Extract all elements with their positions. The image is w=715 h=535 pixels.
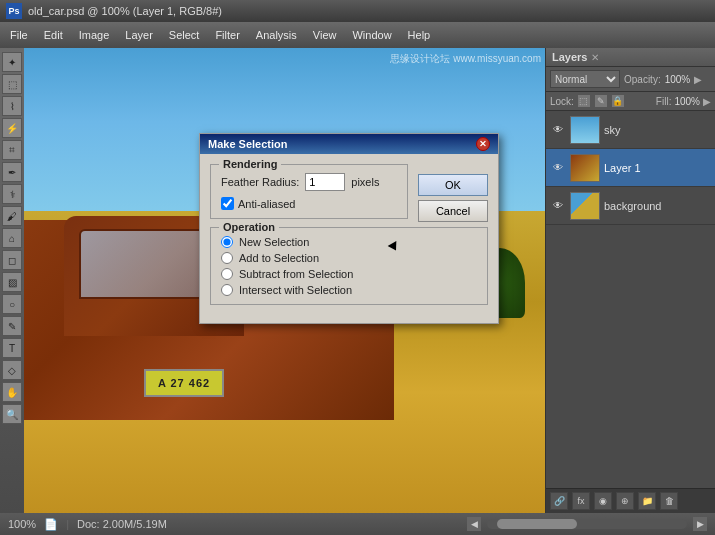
anti-alias-row: Anti-aliased [221, 197, 397, 210]
dialog-buttons: OK Cancel [418, 174, 488, 222]
layers-lock-row: Lock: ⬚ ✎ 🔒 Fill: 100% ▶ [546, 92, 715, 111]
stamp-tool[interactable]: ⌂ [2, 228, 22, 248]
dialog-close-button[interactable]: ✕ [476, 137, 490, 151]
anti-alias-checkbox[interactable] [221, 197, 234, 210]
lasso-tool[interactable]: ⌇ [2, 96, 22, 116]
main-area: ✦ ⬚ ⌇ ⚡ ⌗ ✒ ⚕ 🖌 ⌂ ◻ ▨ ○ ✎ T ◇ ✋ 🔍 [0, 48, 715, 513]
layer-fx-icon[interactable]: fx [572, 492, 590, 510]
feather-row: Feather Radius: pixels [221, 173, 397, 191]
lock-label: Lock: [550, 96, 574, 107]
dodge-tool[interactable]: ○ [2, 294, 22, 314]
layers-close[interactable]: ✕ [591, 52, 599, 63]
brush-tool[interactable]: 🖌 [2, 206, 22, 226]
eraser-tool[interactable]: ◻ [2, 250, 22, 270]
left-toolbar: ✦ ⬚ ⌇ ⚡ ⌗ ✒ ⚕ 🖌 ⌂ ◻ ▨ ○ ✎ T ◇ ✋ 🔍 [0, 48, 24, 513]
layer-group-icon[interactable]: 📁 [638, 492, 656, 510]
cancel-button[interactable]: Cancel [418, 200, 488, 222]
license-plate: A 27 462 [144, 369, 224, 397]
menu-select[interactable]: Select [163, 27, 206, 43]
gradient-tool[interactable]: ▨ [2, 272, 22, 292]
path-tool[interactable]: ◇ [2, 360, 22, 380]
zoom-tool[interactable]: 🔍 [2, 404, 22, 424]
text-tool[interactable]: T [2, 338, 22, 358]
subtract-selection-label: Subtract from Selection [239, 268, 353, 280]
new-selection-radio[interactable] [221, 236, 233, 248]
menu-edit[interactable]: Edit [38, 27, 69, 43]
doc-size: Doc: 2.00M/5.19M [77, 518, 167, 530]
menu-filter[interactable]: Filter [209, 27, 245, 43]
layer-mask-icon[interactable]: ◉ [594, 492, 612, 510]
menu-file[interactable]: File [4, 27, 34, 43]
fill-arrow[interactable]: ▶ [703, 96, 711, 107]
menu-image[interactable]: Image [73, 27, 116, 43]
status-bar: 100% 📄 | Doc: 2.00M/5.19M ◀ ▶ [0, 513, 715, 535]
menu-layer[interactable]: Layer [119, 27, 159, 43]
ok-button[interactable]: OK [418, 174, 488, 196]
watermark: 思缘设计论坛 www.missyuan.com [390, 52, 541, 66]
dialog-body: Rendering Feather Radius: pixels Anti-al… [200, 154, 498, 323]
scroll-controls: ◀ ▶ [467, 517, 707, 531]
menu-help[interactable]: Help [402, 27, 437, 43]
rendering-label: Rendering [219, 158, 281, 170]
menu-analysis[interactable]: Analysis [250, 27, 303, 43]
new-selection-row: New Selection [221, 236, 477, 248]
link-layers-icon[interactable]: 🔗 [550, 492, 568, 510]
add-selection-radio[interactable] [221, 252, 233, 264]
window-title: old_car.psd @ 100% (Layer 1, RGB/8#) [28, 5, 709, 17]
pen-tool[interactable]: ✎ [2, 316, 22, 336]
layers-footer: 🔗 fx ◉ ⊕ 📁 🗑 [546, 488, 715, 513]
move-tool[interactable]: ✦ [2, 52, 22, 72]
blend-mode-select[interactable]: Normal Multiply Screen [550, 70, 620, 88]
feather-unit: pixels [351, 176, 379, 188]
lock-pixels-icon[interactable]: ⬚ [577, 94, 591, 108]
hand-tool[interactable]: ✋ [2, 382, 22, 402]
horizontal-scrollbar[interactable] [487, 519, 687, 529]
layer-item-1[interactable]: 👁 Layer 1 [546, 149, 715, 187]
crop-tool[interactable]: ⌗ [2, 140, 22, 160]
layer-eye-1[interactable]: 👁 [550, 160, 566, 176]
feather-input[interactable] [305, 173, 345, 191]
layer-item-sky[interactable]: 👁 sky [546, 111, 715, 149]
intersect-selection-radio[interactable] [221, 284, 233, 296]
feather-label: Feather Radius: [221, 176, 299, 188]
subtract-selection-radio[interactable] [221, 268, 233, 280]
lock-position-icon[interactable]: ✎ [594, 94, 608, 108]
fill-label: Fill: [656, 96, 672, 107]
layer-eye-sky[interactable]: 👁 [550, 122, 566, 138]
intersect-selection-label: Intersect with Selection [239, 284, 352, 296]
layer-name-bg: background [604, 200, 711, 212]
opacity-value: 100% [665, 74, 691, 85]
scroll-left-arrow[interactable]: ◀ [467, 517, 481, 531]
adjustment-layer-icon[interactable]: ⊕ [616, 492, 634, 510]
layers-title: Layers [552, 51, 587, 63]
layer-item-bg[interactable]: 👁 background [546, 187, 715, 225]
opacity-label: Opacity: [624, 74, 661, 85]
anti-alias-label: Anti-aliased [238, 198, 295, 210]
make-selection-dialog: Make Selection ✕ Rendering Feather Radiu… [199, 133, 499, 324]
menu-window[interactable]: Window [346, 27, 397, 43]
delete-layer-icon[interactable]: 🗑 [660, 492, 678, 510]
add-selection-row: Add to Selection [221, 252, 477, 264]
opacity-arrow[interactable]: ▶ [694, 74, 702, 85]
eyedropper-tool[interactable]: ✒ [2, 162, 22, 182]
scroll-right-arrow[interactable]: ▶ [693, 517, 707, 531]
layer-thumb-1 [570, 154, 600, 182]
title-bar: Ps old_car.psd @ 100% (Layer 1, RGB/8#) [0, 0, 715, 22]
truck-windshield [79, 229, 209, 299]
scroll-thumb [497, 519, 577, 529]
fill-value: 100% [674, 96, 700, 107]
menu-view[interactable]: View [307, 27, 343, 43]
canvas-area: A 27 462 思缘设计论坛 www.missyuan.com Make Se… [24, 48, 545, 513]
lock-all-icon[interactable]: 🔒 [611, 94, 625, 108]
status-icon[interactable]: 📄 [44, 518, 58, 531]
layer-thumb-sky [570, 116, 600, 144]
add-selection-label: Add to Selection [239, 252, 319, 264]
healing-tool[interactable]: ⚕ [2, 184, 22, 204]
layer-eye-bg[interactable]: 👁 [550, 198, 566, 214]
marquee-tool[interactable]: ⬚ [2, 74, 22, 94]
new-selection-label: New Selection [239, 236, 309, 248]
layers-list: 👁 sky 👁 Layer 1 👁 background [546, 111, 715, 488]
zoom-level: 100% [8, 518, 36, 530]
right-panel: Layers ✕ Normal Multiply Screen Opacity:… [545, 48, 715, 513]
magic-wand-tool[interactable]: ⚡ [2, 118, 22, 138]
